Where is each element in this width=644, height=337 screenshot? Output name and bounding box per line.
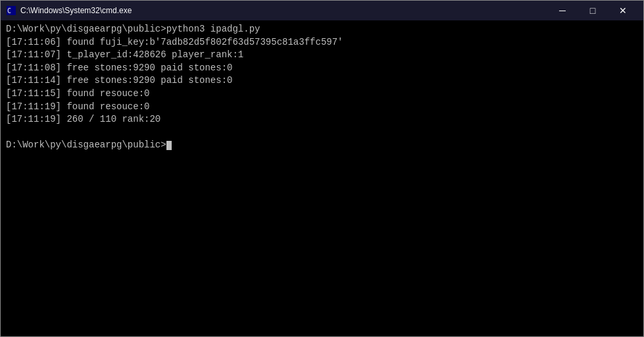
title-bar-controls: ─ □ ✕: [547, 1, 638, 20]
terminal-output: D:\Work\py\disgaearpg\public>python3 ipa…: [6, 23, 638, 152]
svg-text:C: C: [7, 7, 11, 14]
cmd-icon: C: [6, 5, 16, 16]
title-bar: C C:\Windows\System32\cmd.exe ─ □ ✕: [1, 1, 643, 20]
close-button[interactable]: ✕: [608, 1, 638, 20]
minimize-button[interactable]: ─: [547, 1, 578, 20]
cmd-window: C C:\Windows\System32\cmd.exe ─ □ ✕ D:\W…: [0, 0, 644, 337]
maximize-button[interactable]: □: [578, 1, 608, 20]
terminal-area[interactable]: D:\Work\py\disgaearpg\public>python3 ipa…: [1, 20, 643, 336]
window-title: C:\Windows\System32\cmd.exe: [20, 6, 132, 15]
title-bar-left: C C:\Windows\System32\cmd.exe: [6, 5, 132, 16]
terminal-cursor: [166, 141, 172, 150]
